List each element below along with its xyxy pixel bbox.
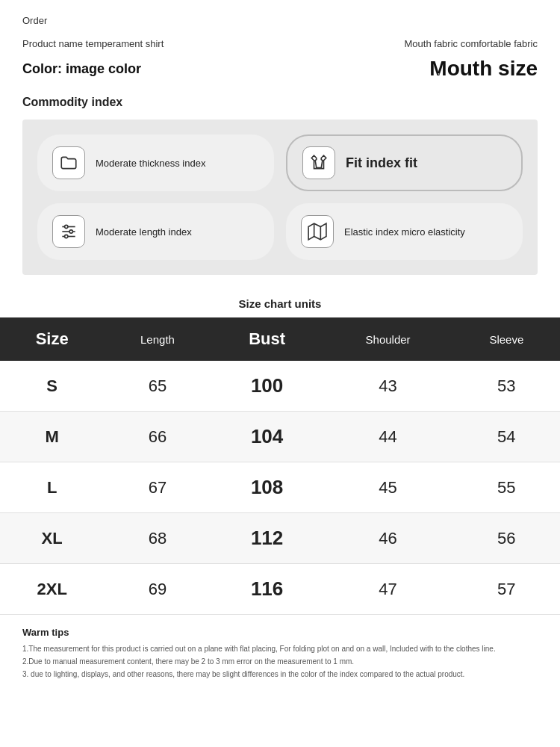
cell-bust: 116	[211, 564, 323, 615]
cell-length: 68	[104, 513, 211, 564]
cell-shoulder: 43	[323, 361, 453, 412]
page-wrapper: Order Product name temperament shirt Mou…	[0, 0, 560, 695]
table-header-row: Size Length Bust Shoulder Sleeve	[0, 317, 560, 361]
header-section: Order Product name temperament shirt Mou…	[0, 0, 560, 88]
cell-bust: 104	[211, 412, 323, 462]
cell-shoulder: 46	[323, 513, 453, 564]
svg-point-4	[69, 230, 72, 233]
cell-length: 67	[104, 462, 211, 513]
cell-length: 69	[104, 564, 211, 615]
table-row: 2XL 69 116 47 57	[0, 564, 560, 615]
svg-marker-6	[308, 223, 326, 240]
size-chart-section: Size chart units Size Length Bust Should…	[0, 282, 560, 615]
shirt-icon	[302, 146, 335, 179]
col-shoulder: Shoulder	[323, 317, 453, 361]
sliders-icon	[52, 215, 85, 248]
thickness-label: Moderate thickness index	[96, 158, 205, 169]
table-row: S 65 100 43 53	[0, 361, 560, 412]
warm-tips-text: 1.The measurement for this product is ca…	[22, 642, 538, 681]
index-card-length: Moderate length index	[37, 203, 274, 260]
cell-size: M	[0, 412, 104, 462]
cell-bust: 108	[211, 462, 323, 513]
index-grid: Moderate thickness index Fit index fit	[22, 120, 538, 275]
col-bust: Bust	[211, 317, 323, 361]
map-icon	[301, 215, 334, 248]
col-sleeve: Sleeve	[453, 317, 560, 361]
order-label: Order	[22, 15, 538, 26]
cell-sleeve: 53	[453, 361, 560, 412]
cell-size: L	[0, 462, 104, 513]
warm-tips-line: 3. due to lighting, displays, and other …	[22, 668, 538, 681]
size-chart-title: Size chart units	[0, 297, 560, 310]
index-card-fit: Fit index fit	[286, 134, 523, 191]
cell-length: 65	[104, 361, 211, 412]
cell-sleeve: 56	[453, 513, 560, 564]
svg-point-3	[65, 225, 68, 228]
commodity-section: Commodity index Moderate thickness index	[0, 88, 560, 282]
product-name: Product name temperament shirt	[22, 38, 164, 49]
cell-size: S	[0, 361, 104, 412]
index-card-elastic: Elastic index micro elasticity	[286, 203, 523, 260]
fit-label: Fit index fit	[346, 155, 417, 171]
cell-shoulder: 45	[323, 462, 453, 513]
warm-tips-line: 2.Due to manual measurement content, the…	[22, 655, 538, 668]
mouth-size-label: Mouth size	[429, 57, 538, 81]
product-row: Product name temperament shirt Mouth fab…	[22, 38, 538, 49]
table-row: XL 68 112 46 56	[0, 513, 560, 564]
dot-decoration: ·	[437, 66, 441, 81]
warm-tips-line: 1.The measurement for this product is ca…	[22, 642, 538, 655]
elastic-label: Elastic index micro elasticity	[344, 226, 465, 238]
cell-shoulder: 44	[323, 412, 453, 462]
cell-bust: 100	[211, 361, 323, 412]
cell-sleeve: 54	[453, 412, 560, 462]
size-table: Size Length Bust Shoulder Sleeve S 65 10…	[0, 317, 560, 615]
svg-point-5	[65, 235, 68, 238]
cell-length: 66	[104, 412, 211, 462]
cell-sleeve: 57	[453, 564, 560, 615]
cell-size: 2XL	[0, 564, 104, 615]
folder-icon	[52, 146, 85, 179]
warm-tips-section: Warm tips 1.The measurement for this pro…	[0, 615, 560, 695]
cell-shoulder: 47	[323, 564, 453, 615]
col-size: Size	[0, 317, 104, 361]
color-row: Color: image color Mouth size	[22, 57, 538, 81]
length-label: Moderate length index	[96, 226, 192, 238]
commodity-title: Commodity index	[22, 96, 538, 109]
col-length: Length	[104, 317, 211, 361]
warm-tips-title: Warm tips	[22, 627, 538, 638]
color-label: Color: image color	[22, 61, 141, 77]
cell-size: XL	[0, 513, 104, 564]
index-card-thickness: Moderate thickness index	[37, 134, 274, 191]
cell-bust: 112	[211, 513, 323, 564]
cell-sleeve: 55	[453, 462, 560, 513]
table-row: L 67 108 45 55	[0, 462, 560, 513]
fabric-label: Mouth fabric comfortable fabric	[405, 38, 538, 49]
table-row: M 66 104 44 54	[0, 412, 560, 462]
